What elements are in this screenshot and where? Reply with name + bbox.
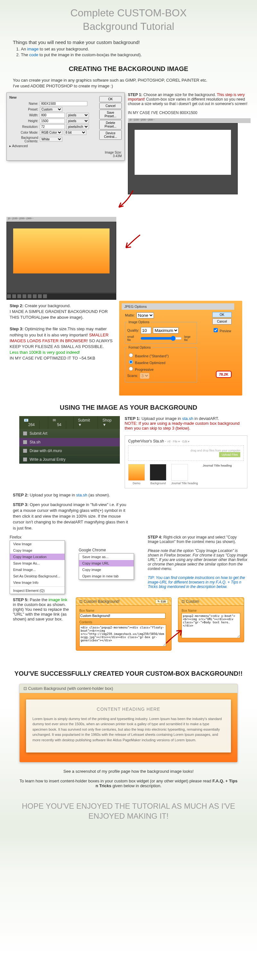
menu-stash[interactable]: Sta.sh <box>19 438 120 446</box>
name-input[interactable] <box>40 101 87 106</box>
cm-email-image[interactable]: Email Image... <box>10 566 65 573</box>
baseline-std-radio[interactable] <box>129 353 133 357</box>
quality-input[interactable] <box>141 327 151 334</box>
footer-1: See a screenshot of my profile page how … <box>19 769 238 774</box>
save-preset-button[interactable]: Save Preset... <box>99 110 122 119</box>
cm-view-image-info[interactable]: View Image Info <box>10 579 65 586</box>
widget-title: ⊡ Custom <box>181 599 199 604</box>
matte-select[interactable]: None <box>136 312 154 318</box>
menu-draw-muro[interactable]: Draw with dA muro <box>19 446 120 455</box>
code-link[interactable]: code <box>29 52 38 57</box>
step-3-green: Less than 100KB is very good indeed! <box>10 350 117 355</box>
intro-text: Things that you will need to make your c… <box>13 40 244 45</box>
jpeg-cancel-button[interactable]: Cancel <box>213 318 232 325</box>
stash-thumb[interactable]: Journal Title heading <box>171 464 198 485</box>
nav-tab-shop[interactable]: Shop ▼ <box>98 416 120 429</box>
baseline-opt-radio[interactable] <box>129 360 133 364</box>
resolution-unit[interactable]: pixels/inch <box>67 124 89 129</box>
cm-copy-image[interactable]: Copy image <box>79 566 134 573</box>
color-mode-select[interactable]: RGB Color <box>40 130 62 135</box>
deviantart-nav: 📧 264 ✉ 54 Submit ▼ Shop ▼ Submit Art St… <box>19 416 120 464</box>
section-1-title: CREATING THE BACKGROUND IMAGE <box>0 65 257 73</box>
menu-journal[interactable]: Write a Journal Entry <box>19 455 120 464</box>
chrome-label: Google Chrome <box>79 548 143 552</box>
edit-button[interactable]: ✎ Edit <box>155 599 168 604</box>
cancel-button[interactable]: Cancel <box>99 103 122 109</box>
custom-box-widget-1: ⊡ Custom Background!✎ Edit Box Name Cont… <box>76 597 171 651</box>
step-1-text: STEP 1: Choose an image size for the bac… <box>128 92 251 106</box>
final-title-bar: ⊡ Custom Background (with content-holder… <box>20 684 237 693</box>
menu-submit-art[interactable]: Submit Art <box>19 429 120 438</box>
cm-save-image-as[interactable]: Save image as... <box>79 554 134 560</box>
content-holder-box: CONTENT HEADING HERE Lorem Ipsum is simp… <box>26 700 231 753</box>
content-heading: CONTENT HEADING HERE <box>32 706 225 713</box>
scans-select: 3 <box>140 373 149 379</box>
contents-label: Contents <box>79 620 168 624</box>
stash-thumb[interactable]: Demo <box>128 464 145 485</box>
cm-copy-image-location[interactable]: Copy Image Location <box>10 554 65 560</box>
widget-title: ⊡ Custom Background! <box>79 599 119 604</box>
box-name-label: Box Name <box>181 609 241 612</box>
step-1-mycase: IN MY CASE I'VE CHOOSEN 800X1500 <box>128 111 251 115</box>
cm-save-image-as[interactable]: Save Image As... <box>10 560 65 566</box>
jpeg-ok-button[interactable]: OK <box>213 312 232 317</box>
nav-tab[interactable]: ✉ 54 <box>48 416 74 429</box>
device-central-button[interactable]: Device Central... <box>99 130 122 140</box>
intro-item-2: The code to put the image in the custom-… <box>21 52 244 57</box>
stash-link[interactable]: sta.sh <box>182 416 194 421</box>
nav-tab[interactable]: 📧 264 <box>19 416 48 429</box>
image-link[interactable]: image <box>27 46 38 51</box>
bg-contents-select[interactable]: White <box>40 137 62 142</box>
box-name-input[interactable] <box>79 613 166 619</box>
height-unit[interactable]: pixels <box>67 119 89 123</box>
s2-step1: STEP 1: Upload your image in sta.sh in d… <box>125 416 247 421</box>
photoshop-new-dialog: OK Cancel Save Preset... Delete Preset..… <box>6 92 125 161</box>
stash-link-2[interactable]: sta.sh <box>76 493 87 497</box>
s2-step3: STEP 3: Open your background image in "f… <box>13 502 128 531</box>
cm-set-desktop-bg[interactable]: Set As Desktop Background... <box>10 573 65 579</box>
quality-slider[interactable] <box>140 336 182 341</box>
stash-header: CypherVisor's Sta.sh · All · File ▾ · Ed… <box>128 439 244 444</box>
height-input[interactable] <box>40 119 65 123</box>
lorem-text: Lorem Ipsum is simply dummy text of the … <box>32 716 225 743</box>
quality-preset-select[interactable]: Maximum <box>153 328 179 334</box>
width-input[interactable] <box>40 113 65 118</box>
ruler: |0···|100···|200···|300··· <box>6 217 116 222</box>
cm-open-image-new-tab[interactable]: Open image in new tab <box>79 573 134 579</box>
success-title: YOU'VE SUCCESSFULLY CREATED YOUR CUSTOM-… <box>0 670 257 677</box>
ok-button[interactable]: OK <box>99 96 122 102</box>
upload-button[interactable]: Upload Files <box>219 452 240 457</box>
cm-view-image[interactable]: View Image <box>10 541 65 547</box>
progressive-radio[interactable] <box>129 367 133 371</box>
contents-textarea[interactable] <box>181 613 240 638</box>
step-2-made: I MADE A SIMPLE GRADIENT BACKGROUND FOR … <box>10 309 117 320</box>
s2-step4-tip: TIP: You can find complete instructions … <box>148 576 247 589</box>
firefox-context-menu: View Image Copy Image Copy Image Locatio… <box>10 541 65 594</box>
resolution-input[interactable] <box>40 124 65 129</box>
delete-preset-button[interactable]: Delete Preset... <box>99 120 122 129</box>
stash-icon <box>23 440 27 444</box>
arrow-icon <box>113 188 138 214</box>
preview-checkbox[interactable] <box>214 328 218 332</box>
filesize-badge: 78.2K <box>216 371 232 378</box>
contents-textarea[interactable] <box>79 625 167 646</box>
final-preview-box: ⊡ Custom Background (with content-holder… <box>19 684 238 763</box>
stash-thumb[interactable]: Background <box>150 464 167 485</box>
cm-copy-image-url[interactable]: Copy image URL <box>79 560 134 566</box>
jpeg-options-dialog: JPEG Options OK Cancel Preview Matte:Non… <box>121 303 235 388</box>
nav-tab-submit[interactable]: Submit ▼ <box>74 416 98 429</box>
cm-copy-image[interactable]: Copy Image <box>10 547 65 554</box>
preset-select[interactable]: Custom <box>40 107 62 112</box>
section-2-title: USING THE IMAGE AS YOUR BACKGROUND <box>0 404 257 411</box>
intro-item-1: An image to set as your background. <box>21 46 244 51</box>
s2-step4-note: Please note that the option "Copy Image … <box>148 549 247 571</box>
bit-depth-select[interactable]: 8 bit <box>64 130 86 135</box>
submit-icon <box>23 431 27 435</box>
cm-inspect-element[interactable]: Inspect Element (Q) <box>10 587 65 594</box>
section-1-intro: You can create your image in any graphic… <box>13 78 244 89</box>
custom-box-widget-2: ⊡ Custom Box Name <box>178 597 244 642</box>
stash-journal: Journal Title heading <box>203 464 235 485</box>
advanced-toggle[interactable]: ▸ Advanced <box>10 144 28 148</box>
width-unit[interactable]: pixels <box>67 113 89 118</box>
ruler: |0···|100···|200···|300··· <box>128 118 251 123</box>
